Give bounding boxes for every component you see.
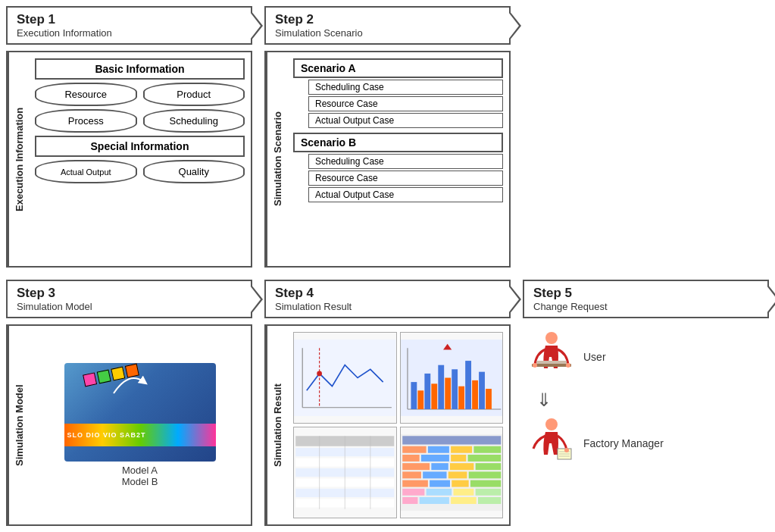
bar-chart-svg [401,333,503,423]
scenario-b-header: Scenario B [293,133,503,152]
scenario-b-block: Scenario B Scheduling Case Resource Case… [293,133,503,202]
svg-rect-9 [417,390,423,409]
step1-header: Step 1 Execution Information [6,6,252,45]
step1-sub: Execution Information [17,27,233,39]
scenario-a-item-2: Actual Output Case [308,113,503,128]
step1-content-box: Execution Information Basic Information … [6,51,252,268]
drum-row-2: Process Scheduling [35,109,245,133]
scenario-b-item-0: Scheduling Case [308,154,503,169]
svg-rect-8 [411,382,417,409]
conveyor-text: SLO DIO VIO SAB2T [67,431,146,439]
manager-svg [529,417,574,470]
svg-rect-15 [458,386,464,409]
step3-sub: Simulation Model [17,301,233,312]
svg-rect-11 [431,383,437,409]
arc-arrow-svg [110,367,148,397]
svg-rect-44 [450,463,473,470]
scenario-a-header: Scenario A [293,58,503,78]
step2-section: Step 2 Simulation Scenario Simulation Sc… [258,0,517,274]
manager-figure [529,417,574,470]
svg-rect-48 [448,471,467,478]
svg-rect-16 [465,361,471,409]
step4-sub: Simulation Result [275,301,491,312]
svg-rect-47 [423,471,446,478]
step1-num: Step 1 [17,12,233,27]
manager-block: Factory Manager [529,417,664,470]
model-a-container: SLO DIO VIO SAB2T Model A Model B [64,363,216,487]
block-pink [83,372,97,386]
svg-point-62 [545,332,558,344]
step3-num: Step 3 [17,286,233,301]
step4-num: Step 4 [275,286,491,301]
model-a-label: Model A [64,465,216,476]
svg-rect-37 [473,446,501,453]
drum-row-3: Actual Output Quality [35,160,245,183]
svg-rect-56 [453,489,473,496]
result-bar-chart [400,332,504,424]
svg-rect-40 [451,455,466,462]
resource-drum: Resource [35,83,137,106]
step1-section: Step 1 Execution Information Execution I… [0,0,258,274]
svg-rect-53 [470,480,500,487]
svg-rect-39 [420,455,448,462]
model-conveyor: SLO DIO VIO SAB2T [64,424,216,446]
scenario-a-block: Scenario A Scheduling Case Resource Case… [293,58,503,128]
svg-rect-49 [468,471,501,478]
step1-vertical-label: Execution Information [8,52,29,266]
step2-inner: Scenario A Scheduling Case Resource Case… [287,52,509,266]
svg-rect-17 [472,380,478,409]
svg-rect-42 [402,463,430,470]
scenario-b-item-1: Resource Case [308,171,503,186]
quality-drum: Quality [143,160,245,183]
basic-info-box: Basic Information [35,58,245,80]
svg-rect-50 [402,480,428,487]
step5-content: User ⇓ [523,324,769,526]
svg-rect-57 [475,489,501,496]
product-drum: Product [143,83,245,106]
scenario-a-item-1: Resource Case [308,96,503,111]
svg-rect-12 [438,365,444,409]
step1-inner: Basic Information Resource Product Proce… [29,52,251,266]
step5-sub: Change Request [533,301,749,312]
svg-rect-46 [402,471,421,478]
svg-rect-41 [467,455,501,462]
step4-inner [287,326,509,524]
user-block: User [529,330,606,383]
model-a-image: SLO DIO VIO SAB2T [64,363,216,462]
svg-rect-55 [426,489,452,496]
step2-num: Step 2 [275,12,491,27]
svg-rect-61 [477,497,500,504]
svg-rect-64 [536,361,567,364]
step3-content-box: Simulation Model [6,324,252,526]
svg-point-66 [566,363,570,368]
svg-rect-54 [402,489,424,496]
svg-rect-59 [419,497,448,504]
step5-num: Step 5 [533,286,749,301]
svg-rect-60 [451,497,477,504]
actual-output-drum: Actual Output [35,160,137,183]
user-svg [529,330,574,383]
svg-rect-0 [294,340,396,416]
top-right-empty [517,0,775,274]
svg-rect-18 [479,372,485,409]
step4-content-box: Simulation Result [264,324,511,526]
step3-header: Step 3 Simulation Model [6,280,252,318]
step3-vertical-label: Simulation Model [8,326,29,524]
svg-rect-43 [431,463,448,470]
line-chart-svg [294,333,396,423]
scheduling-drum: Scheduling [143,109,245,133]
svg-rect-58 [402,497,417,504]
drum-row-1: Resource Product [35,83,245,106]
svg-point-65 [533,363,537,368]
svg-rect-34 [402,446,426,453]
result-line-chart [293,332,397,424]
step2-header: Step 2 Simulation Scenario [264,6,511,45]
result-color-table [400,427,504,518]
svg-rect-19 [486,389,492,409]
svg-rect-51 [430,480,450,487]
scenario-b-items: Scheduling Case Resource Case Actual Out… [308,154,503,202]
svg-rect-63 [532,364,571,367]
user-figure [529,330,574,383]
result-table [293,427,397,518]
svg-rect-38 [402,455,419,462]
